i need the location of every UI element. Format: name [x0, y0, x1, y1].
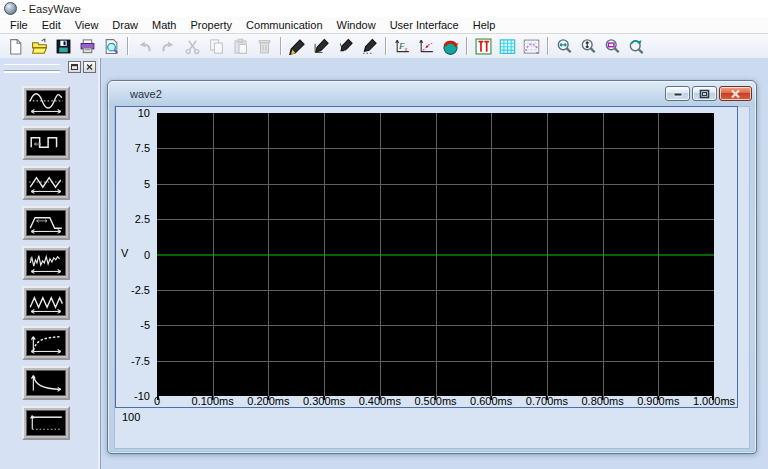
copy-button[interactable] — [205, 36, 227, 57]
y-tick-label: 2.5 — [116, 212, 150, 226]
restore-icon — [70, 63, 79, 71]
minimize-icon — [673, 89, 683, 98]
new-file-button[interactable] — [4, 36, 26, 57]
menu-user-interface[interactable]: User Interface — [383, 18, 466, 32]
close-icon — [85, 63, 94, 71]
easywave-logo-icon — [4, 2, 17, 15]
menu-window[interactable]: Window — [330, 18, 383, 32]
palette-gripper[interactable] — [4, 64, 60, 71]
save-file-icon — [55, 38, 72, 55]
menu-help[interactable]: Help — [466, 18, 503, 32]
wave2-close-button[interactable] — [719, 86, 752, 101]
redo-icon — [160, 38, 177, 55]
menu-math[interactable]: Math — [145, 18, 183, 32]
draw-line-axis-button[interactable] — [310, 36, 332, 57]
chart-panel: V 107.552.50-2.5-5-7.5-10 00.100ms0.200m… — [115, 106, 738, 408]
y-tick-label: -5 — [116, 318, 150, 332]
waveform-plot[interactable] — [157, 113, 714, 401]
zoom-back-button[interactable] — [625, 36, 647, 57]
sawtooth-wave-icon — [26, 290, 66, 316]
menu-view[interactable]: View — [68, 18, 106, 32]
app-titlebar[interactable]: - EasyWave — [0, 0, 768, 17]
x-tick-label: 0.400ms — [350, 395, 410, 408]
triangle-wave-button[interactable] — [22, 166, 70, 200]
exp-rise-wave-button[interactable] — [22, 326, 70, 360]
toolbar-separator — [280, 37, 281, 55]
y-tick-label: -2.5 — [116, 283, 150, 297]
plot-properties-button[interactable] — [520, 36, 542, 57]
y-tick-label: 5 — [116, 177, 150, 191]
square-wave-button[interactable] — [22, 126, 70, 160]
menu-property[interactable]: Property — [184, 18, 240, 32]
draw-coordinates-button[interactable] — [415, 36, 437, 57]
menu-draw[interactable]: Draw — [105, 18, 145, 32]
paste-button[interactable] — [229, 36, 251, 57]
palette-header[interactable] — [0, 58, 100, 76]
x-tick-label: 0.800ms — [573, 395, 633, 408]
cut-button[interactable] — [181, 36, 203, 57]
delete-icon — [256, 38, 273, 55]
wave-button-column — [0, 76, 100, 440]
samples-count-label: 100 — [122, 411, 140, 423]
y-tick-label: 10 — [116, 106, 150, 120]
palette-restore-button[interactable] — [68, 61, 81, 73]
noise-wave-icon — [26, 250, 66, 276]
x-tick-label: 0.100ms — [183, 395, 243, 408]
zoom-vertical-button[interactable] — [577, 36, 599, 57]
wave2-client-area: V 107.552.50-2.5-5-7.5-10 00.100ms0.200m… — [114, 106, 750, 449]
y-tick-label: 7.5 — [116, 141, 150, 155]
menu-edit[interactable]: Edit — [35, 18, 68, 32]
palette-close-button[interactable] — [83, 61, 96, 73]
triangle-wave-icon — [26, 170, 66, 196]
markers-button[interactable] — [472, 36, 494, 57]
wave2-titlebar[interactable]: wave2 — [114, 81, 750, 106]
menu-file[interactable]: File — [3, 18, 35, 32]
wave2-maximize-button[interactable] — [692, 86, 717, 101]
x-tick-label: 1.000ms — [684, 395, 744, 408]
show-grid-button[interactable] — [496, 36, 518, 57]
toolbar-separator — [385, 37, 386, 55]
open-file-button[interactable] — [28, 36, 50, 57]
easywave-app: - EasyWave FileEditViewDrawMathPropertyC… — [0, 0, 768, 469]
wave2-minimize-button[interactable] — [665, 86, 690, 101]
markers-icon — [475, 38, 492, 55]
zoom-window-icon — [604, 38, 621, 55]
redo-button[interactable] — [157, 36, 179, 57]
x-tick-label: 0 — [127, 395, 187, 408]
toolbar: Fx — [0, 34, 768, 59]
zoom-window-button[interactable] — [601, 36, 623, 57]
draw-points-icon — [361, 38, 378, 55]
zoom-vertical-icon — [580, 38, 597, 55]
save-file-button[interactable] — [52, 36, 74, 57]
zoom-horizontal-button[interactable] — [553, 36, 575, 57]
dc-wave-button[interactable] — [22, 406, 70, 440]
y-tick-label: 0 — [116, 248, 150, 262]
draw-segment-button[interactable] — [334, 36, 356, 57]
zoom-back-icon — [628, 38, 645, 55]
mdi-area: wave2 V — [101, 58, 768, 469]
x-tick-label: 0.700ms — [517, 395, 577, 408]
open-file-icon — [31, 38, 48, 55]
menu-communication[interactable]: Communication — [239, 18, 329, 32]
pulse-wave-button[interactable] — [22, 206, 70, 240]
draw-expression-button[interactable]: Fx — [391, 36, 413, 57]
print-preview-button[interactable] — [100, 36, 122, 57]
delete-button[interactable] — [253, 36, 275, 57]
copy-icon — [208, 38, 225, 55]
menu-bar: FileEditViewDrawMathPropertyCommunicatio… — [0, 17, 768, 34]
draw-points-button[interactable] — [358, 36, 380, 57]
draw-line-button[interactable] — [286, 36, 308, 57]
print-preview-icon — [103, 38, 120, 55]
send-to-device-button[interactable] — [439, 36, 461, 57]
sine-wave-button[interactable] — [22, 86, 70, 120]
sawtooth-wave-button[interactable] — [22, 286, 70, 320]
exp-fall-wave-button[interactable] — [22, 366, 70, 400]
maximize-icon — [699, 89, 710, 99]
undo-icon — [136, 38, 153, 55]
undo-button[interactable] — [133, 36, 155, 57]
x-tick-label: 0.300ms — [294, 395, 354, 408]
paste-icon — [232, 38, 249, 55]
pulse-wave-icon — [26, 210, 66, 236]
print-button[interactable] — [76, 36, 98, 57]
noise-wave-button[interactable] — [22, 246, 70, 280]
